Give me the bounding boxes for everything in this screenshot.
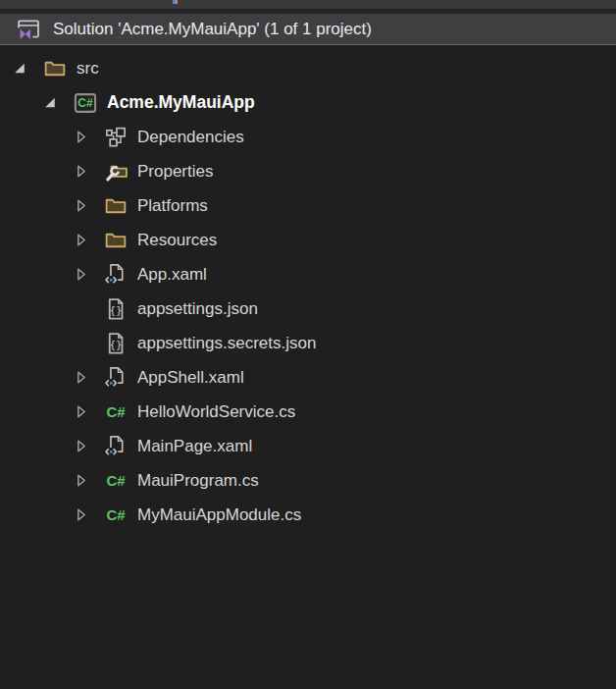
tree-item-appsettings-secrets-json[interactable]: {} appsettings.secrets.json — [0, 326, 616, 360]
solution-explorer-panel: Solution 'Acme.MyMauiApp' (1 of 1 projec… — [0, 0, 616, 689]
tree-item-label: AppShell.xaml — [137, 368, 244, 388]
solution-row[interactable]: Solution 'Acme.MyMauiApp' (1 of 1 projec… — [0, 14, 616, 45]
tree-item-src[interactable]: src — [0, 51, 616, 85]
svg-text:C#: C# — [77, 96, 93, 110]
xaml-file-icon — [104, 366, 128, 390]
top-strip — [0, 0, 616, 9]
expander-spacer — [73, 335, 89, 351]
tree-item-resources[interactable]: Resources — [0, 223, 616, 257]
tree-item-label: MauiProgram.cs — [137, 471, 259, 491]
csharp-project-icon: C# — [74, 91, 97, 115]
tree-item-app-xaml[interactable]: App.xaml — [0, 257, 616, 292]
tree-item-platforms[interactable]: Platforms — [0, 188, 616, 223]
tree-item-mainpage-xaml[interactable]: MainPage.xaml — [0, 429, 616, 463]
solution-tree: src C# Acme.MyMauiApp Dependencies Prope… — [0, 45, 616, 532]
properties-folder-icon — [104, 160, 128, 184]
expander-collapsed-icon[interactable] — [73, 506, 89, 523]
json-file-icon: {} — [104, 332, 128, 355]
expander-collapsed-icon[interactable] — [73, 472, 89, 489]
expander-collapsed-icon[interactable] — [73, 266, 89, 283]
tree-item-label: src — [77, 59, 99, 79]
expander-collapsed-icon[interactable] — [73, 129, 89, 145]
tree-item-acme-mymauiapp[interactable]: C# Acme.MyMauiApp — [0, 85, 616, 120]
expander-expanded-icon[interactable] — [12, 60, 28, 77]
csharp-file-icon: C# — [104, 504, 128, 527]
expander-collapsed-icon[interactable] — [73, 232, 89, 248]
expander-collapsed-icon[interactable] — [73, 403, 89, 420]
expander-collapsed-icon[interactable] — [73, 369, 89, 386]
xaml-file-icon — [104, 263, 128, 287]
json-file-icon: {} — [104, 297, 128, 321]
expander-collapsed-icon[interactable] — [73, 438, 89, 454]
tree-item-label: HelloWorldService.cs — [137, 402, 295, 422]
folder-icon — [104, 194, 128, 218]
tree-item-helloworldservice-cs[interactable]: C# HelloWorldService.cs — [0, 395, 616, 429]
tree-item-label: Properties — [137, 162, 213, 182]
tree-item-mauiprogram-cs[interactable]: C# MauiProgram.cs — [0, 463, 616, 498]
expander-spacer — [73, 300, 89, 317]
tree-item-label: Dependencies — [137, 128, 244, 147]
tree-item-label: Platforms — [137, 196, 208, 216]
solution-label: Solution 'Acme.MyMauiApp' (1 of 1 projec… — [53, 20, 372, 39]
tree-item-properties[interactable]: Properties — [0, 154, 616, 188]
dependencies-icon — [104, 126, 128, 149]
tree-item-appsettings-json[interactable]: {} appsettings.json — [0, 292, 616, 326]
tree-item-label: MyMauiAppModule.cs — [137, 505, 301, 525]
tree-item-label: appsettings.secrets.json — [137, 334, 316, 353]
expander-collapsed-icon[interactable] — [73, 197, 89, 214]
tree-item-label: Resources — [137, 231, 217, 250]
svg-text:C#: C# — [106, 472, 126, 489]
tree-item-label: MainPage.xaml — [137, 437, 252, 456]
tree-item-label: App.xaml — [137, 265, 207, 285]
csharp-file-icon: C# — [104, 469, 128, 493]
svg-text:{}: {} — [110, 303, 123, 316]
folder-icon — [43, 57, 67, 80]
svg-text:C#: C# — [106, 506, 126, 523]
svg-text:{}: {} — [110, 338, 123, 350]
expander-expanded-icon[interactable] — [42, 94, 59, 111]
tree-item-label: Acme.MyMauiApp — [107, 92, 255, 113]
tree-item-label: appsettings.json — [137, 299, 258, 319]
solution-icon — [17, 18, 40, 41]
tree-item-dependencies[interactable]: Dependencies — [0, 120, 616, 154]
folder-icon — [104, 229, 128, 252]
csharp-file-icon: C# — [104, 400, 128, 424]
svg-text:C#: C# — [106, 403, 126, 420]
xaml-file-icon — [104, 435, 128, 458]
cropped-toolbar-icon-fragment — [173, 0, 178, 4]
tree-item-appshell-xaml[interactable]: AppShell.xaml — [0, 360, 616, 395]
expander-collapsed-icon[interactable] — [73, 163, 89, 180]
tree-item-mymauiappmodule-cs[interactable]: C# MyMauiAppModule.cs — [0, 498, 616, 532]
